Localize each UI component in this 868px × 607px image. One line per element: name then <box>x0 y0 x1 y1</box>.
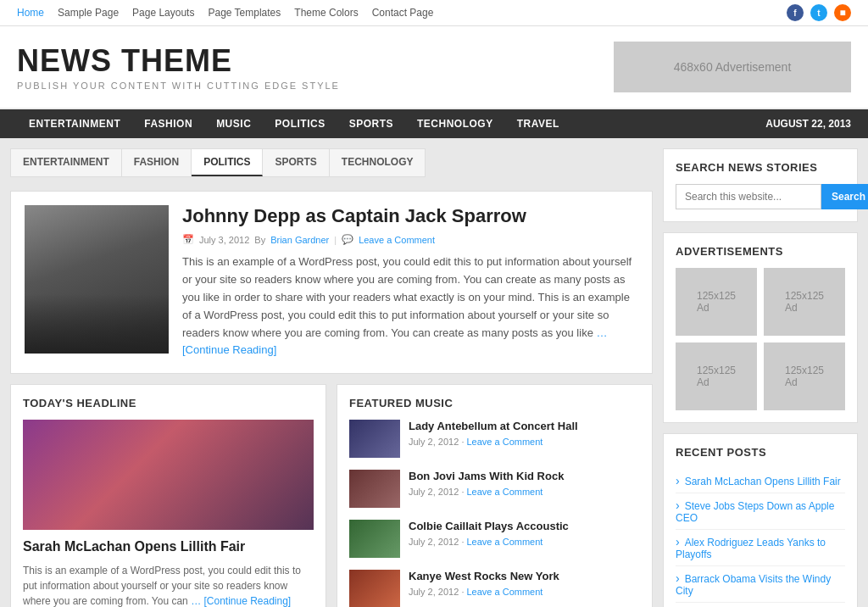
nav-theme-colors[interactable]: Theme Colors <box>294 7 358 19</box>
article-body: This is an example of a WordPress post, … <box>182 253 638 359</box>
music-comment-2[interactable]: Leave a Comment <box>467 487 543 497</box>
nav-sports[interactable]: SPORTS <box>337 109 405 138</box>
recent-post-4: Barrack Obama Visits the Windy City <box>676 566 845 603</box>
tab-fashion[interactable]: FASHION <box>122 149 192 176</box>
music-meta-1: July 2, 2012 · Leave a Comment <box>409 437 578 447</box>
search-title: SEARCH NEWS STORIES <box>676 161 845 174</box>
recent-posts-title: RECENT POSTS <box>676 446 845 459</box>
music-info-3: Colbie Caillait Plays Accoustic July 2, … <box>409 520 569 547</box>
music-thumb-2 <box>349 470 400 508</box>
nav-page-templates[interactable]: Page Templates <box>208 7 281 19</box>
nav-sample-page[interactable]: Sample Page <box>58 7 119 19</box>
comment-icon: 💬 <box>342 234 353 245</box>
today-headline-section: TODAY'S HEADLINE Sarah McLachan Opens Li… <box>10 384 326 607</box>
music-title-4: Kanye West Rocks New York <box>409 570 559 584</box>
music-thumb-3 <box>349 520 400 558</box>
music-item-1: Lady Antebellum at Concert Hall July 2, … <box>349 420 640 458</box>
search-button[interactable]: Search <box>821 184 868 209</box>
nav-fashion[interactable]: FASHION <box>132 109 204 138</box>
current-date: AUGUST 22, 2013 <box>765 118 851 130</box>
featured-article: Johnny Depp as Captain Jack Sparrow 📅 Ju… <box>10 191 653 374</box>
music-info-2: Bon Jovi Jams With Kid Rock July 2, 2012… <box>409 470 564 497</box>
main-navigation: ENTERTAINMENT FASHION MUSIC POLITICS SPO… <box>0 109 868 138</box>
nav-travel[interactable]: TRAVEL <box>505 109 571 138</box>
rss-icon[interactable]: ■ <box>834 4 851 21</box>
music-info-4: Kanye West Rocks New York July 2, 2012 ·… <box>409 570 559 597</box>
nav-music[interactable]: MUSIC <box>204 109 263 138</box>
site-title: NEWS THEME <box>17 43 340 79</box>
recent-post-5: Victoria Beckham Sports Georgio Armani <box>676 603 845 607</box>
article-meta: 📅 July 3, 2012 By Brian Gardner | 💬 Leav… <box>182 234 638 245</box>
site-header: NEWS THEME PUBLISH YOUR CONTENT WITH CUT… <box>0 26 868 108</box>
recent-post-link-3[interactable]: Alex Rodriguez Leads Yanks to Playoffs <box>676 537 826 560</box>
twitter-icon[interactable]: t <box>810 4 827 21</box>
music-comment-4[interactable]: Leave a Comment <box>467 587 543 597</box>
header-ad-banner: 468x60 Advertisement <box>614 42 851 92</box>
featured-music-section: FEATURED MUSIC Lady Antebellum at Concer… <box>337 384 653 607</box>
music-comment-1[interactable]: Leave a Comment <box>467 437 543 447</box>
featured-article-image <box>25 205 169 354</box>
music-title-1: Lady Antebellum at Concert Hall <box>409 420 578 434</box>
top-nav-links: Home Sample Page Page Layouts Page Templ… <box>17 7 433 19</box>
tab-sports[interactable]: SPORTS <box>263 149 329 176</box>
headline-body: This is an example of a WordPress post, … <box>23 563 314 607</box>
recent-post-link-4[interactable]: Barrack Obama Visits the Windy City <box>676 573 831 597</box>
nav-page-layouts[interactable]: Page Layouts <box>132 7 194 19</box>
facebook-icon[interactable]: f <box>787 4 804 21</box>
recent-post-link-1[interactable]: Sarah McLachan Opens Lillith Fair <box>685 476 841 487</box>
music-comment-3[interactable]: Leave a Comment <box>467 537 543 547</box>
content-area: ENTERTAINMENT FASHION POLITICS SPORTS TE… <box>0 148 868 607</box>
recent-posts-section: RECENT POSTS Sarah McLachan Opens Lillit… <box>663 433 858 607</box>
ad-3[interactable]: 125x125Ad <box>676 342 757 410</box>
article-comment-link[interactable]: Leave a Comment <box>359 235 435 245</box>
headline-continue-reading[interactable]: … [Continue Reading] <box>191 595 291 607</box>
calendar-icon: 📅 <box>182 234 194 245</box>
music-title-2: Bon Jovi Jams With Kid Rock <box>409 470 564 484</box>
recent-post-2: Steve Jobs Steps Down as Apple CEO <box>676 493 845 530</box>
site-tagline: PUBLISH YOUR CONTENT WITH CUTTING EDGE S… <box>17 81 340 91</box>
nav-politics[interactable]: POLITICS <box>263 109 337 138</box>
ad-1[interactable]: 125x125Ad <box>676 268 757 336</box>
music-info-1: Lady Antebellum at Concert Hall July 2, … <box>409 420 578 447</box>
featured-article-inner: Johnny Depp as Captain Jack Sparrow 📅 Ju… <box>25 205 638 359</box>
music-meta-3: July 2, 2012 · Leave a Comment <box>409 537 569 547</box>
headline-image <box>23 420 314 530</box>
music-item-2: Bon Jovi Jams With Kid Rock July 2, 2012… <box>349 470 640 508</box>
two-column-section: TODAY'S HEADLINE Sarah McLachan Opens Li… <box>10 384 653 607</box>
music-meta-4: July 2, 2012 · Leave a Comment <box>409 587 559 597</box>
music-item-4: Kanye West Rocks New York July 2, 2012 ·… <box>349 570 640 607</box>
music-title-3: Colbie Caillait Plays Accoustic <box>409 520 569 534</box>
headline-title: Sarah McLachan Opens Lillith Fair <box>23 538 314 556</box>
social-icons: f t ■ <box>787 4 851 21</box>
by-label: By <box>254 235 265 245</box>
music-item-3: Colbie Caillait Plays Accoustic July 2, … <box>349 520 640 558</box>
headline-section-title: TODAY'S HEADLINE <box>23 397 314 409</box>
music-thumb-4 <box>349 570 400 607</box>
tab-entertainment[interactable]: ENTERTAINMENT <box>11 149 122 176</box>
nav-entertainment[interactable]: ENTERTAINMENT <box>17 109 132 138</box>
nav-technology[interactable]: TECHNOLOGY <box>405 109 505 138</box>
recent-posts-list: Sarah McLachan Opens Lillith Fair Steve … <box>676 469 845 607</box>
ads-section: ADVERTISEMENTS 125x125Ad 125x125Ad 125x1… <box>663 232 858 423</box>
search-input[interactable] <box>676 184 821 209</box>
site-branding: NEWS THEME PUBLISH YOUR CONTENT WITH CUT… <box>17 43 340 91</box>
recent-post-link-2[interactable]: Steve Jobs Steps Down as Apple CEO <box>676 500 834 524</box>
ad-grid: 125x125Ad 125x125Ad 125x125Ad 125x125Ad <box>676 268 845 410</box>
article-date: July 3, 2012 <box>199 235 249 245</box>
article-title: Johnny Depp as Captain Jack Sparrow <box>182 205 638 227</box>
search-section: SEARCH NEWS STORIES Search <box>663 148 858 222</box>
nav-home[interactable]: Home <box>17 7 44 19</box>
tab-technology[interactable]: TECHNOLOGY <box>330 149 426 176</box>
nav-contact-page[interactable]: Contact Page <box>372 7 434 19</box>
recent-post-1: Sarah McLachan Opens Lillith Fair <box>676 469 845 493</box>
music-thumb-1 <box>349 420 400 458</box>
tab-politics[interactable]: POLITICS <box>192 149 263 176</box>
category-tabs: ENTERTAINMENT FASHION POLITICS SPORTS TE… <box>10 148 426 177</box>
page-wrapper: ENTERTAINMENT FASHION POLITICS SPORTS TE… <box>0 138 868 607</box>
sidebar: SEARCH NEWS STORIES Search ADVERTISEMENT… <box>663 148 858 607</box>
article-author[interactable]: Brian Gardner <box>270 235 329 245</box>
ad-2[interactable]: 125x125Ad <box>764 268 845 336</box>
recent-post-3: Alex Rodriguez Leads Yanks to Playoffs <box>676 530 845 566</box>
ad-4[interactable]: 125x125Ad <box>764 342 845 410</box>
main-content: ENTERTAINMENT FASHION POLITICS SPORTS TE… <box>10 148 653 607</box>
